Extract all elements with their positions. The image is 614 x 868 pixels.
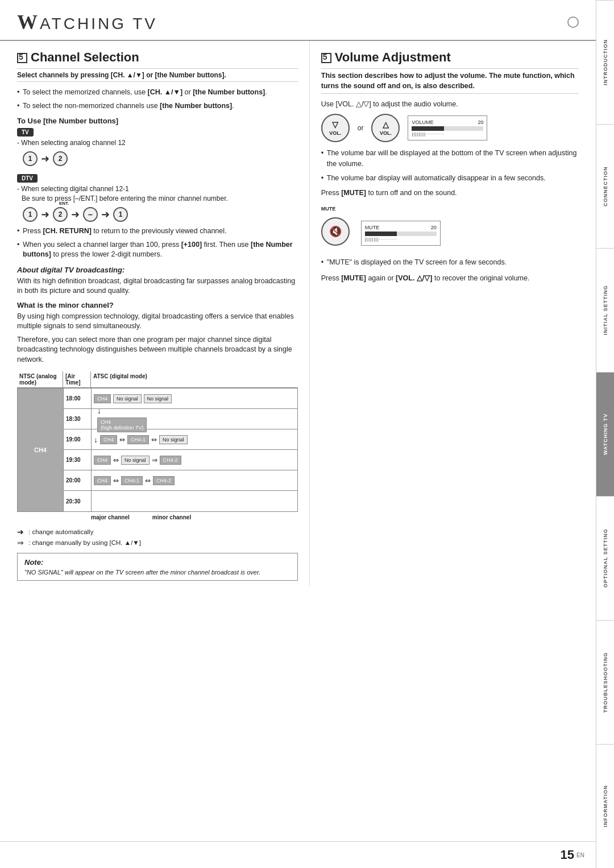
hollow-arrow-icon: ⇒ [17, 538, 24, 547]
time-row-4: 19:30 [64, 450, 91, 470]
checkbox-icon [17, 53, 27, 63]
page-lang: EN [576, 852, 584, 858]
ch-return-bullet: Press [CH. RETURN] to return to the prev… [17, 226, 298, 237]
num-btn-2: 2 [53, 151, 68, 166]
plus100-bullet: When you select a channel larger than 10… [17, 240, 298, 260]
tab-introduction[interactable]: INTRODUCTION [596, 0, 614, 124]
note-box: Note: "NO SIGNAL" will appear on the TV … [17, 553, 298, 581]
atsc-row-4: CH4 ⇔ No signal ⇒ CH4-2 [92, 450, 297, 470]
atsc-cell-ch4-2: CH4 [100, 435, 117, 444]
airtime-header: [Air Time] [63, 371, 91, 387]
atsc-cell-ch4-2-2: CH4-2 [160, 456, 181, 465]
major-label: major channel [91, 514, 130, 520]
dtv-arrow-1: ➜ [41, 208, 49, 221]
about-digital-text: With its high definition broadcast, digi… [17, 276, 298, 296]
atsc-cell-ch4-1-3: CH4-1 [121, 476, 143, 485]
atsc-cell-ch4-1-2: CH4-1 [127, 435, 149, 444]
vol-label-text: VOLUME [412, 119, 433, 125]
page-header: WATCHING TV [0, 0, 596, 41]
minor-text-2: Therefore, you can select more than one … [17, 335, 298, 365]
note-title: Note: [24, 558, 291, 567]
minor-channel-heading: What is the minor channel? [17, 301, 298, 309]
legend-solid: ➜ : change automatically [17, 527, 298, 536]
tv-note: - When selecting analog channel 12 [17, 139, 298, 147]
channel-section: Channel Selection Select channels by pre… [17, 41, 309, 586]
vol-bar-track [412, 126, 483, 131]
channel-bullets: To select the memorized channels, use [C… [17, 88, 298, 111]
mute-button: 🔇 [321, 217, 350, 246]
page-number: 15 [561, 848, 574, 862]
tab-watching-tv[interactable]: WATCHING TV [596, 372, 614, 496]
volume-subtext: This section describes how to adjust the… [321, 68, 579, 94]
dtv-arrow-2: ➜ [71, 208, 80, 221]
solid-arrow-icon: ➜ [17, 527, 24, 536]
vol-up-circle: △ VOL. [371, 114, 400, 142]
mute-note: "MUTE" is displayed on the TV screen for… [321, 257, 579, 268]
header-circle [567, 16, 579, 28]
dtv-num-3: 1 [113, 207, 128, 222]
legend-hollow-text: : change manually by using [CH. ▲/▼] [28, 539, 141, 546]
tab-information[interactable]: INFORMATION [596, 744, 614, 868]
header-title: WATCHING TV [17, 10, 157, 34]
channel-bullet-2: To select the non-memorized channels use… [17, 101, 298, 111]
time-row-2: 18:30 [64, 409, 91, 429]
channel-subtext: Select channels by pressing [CH. ▲/▼] or… [17, 68, 298, 82]
legend: ➜ : change automatically ⇒ : change manu… [17, 527, 298, 547]
tab-troubleshooting[interactable]: TROUBLESHOOTING [596, 620, 614, 744]
volume-title: Volume Adjustment [335, 50, 451, 65]
diagram-body: CH4 18:00 18:30 19:00 19:30 20:00 20:30 … [17, 388, 298, 512]
sidebar-tabs: INTRODUCTION CONNECTION INITIAL SETTING … [596, 0, 614, 868]
legend-solid-text: : change automatically [28, 528, 93, 535]
dtv-note1: - When selecting digital channel 12-1 [17, 185, 298, 193]
vol-bar-container: VOLUME 20 ||||||||·········· [408, 115, 487, 140]
vol-bar-dots: ||||||||·········· [412, 131, 483, 137]
volume-section: Volume Adjustment This section describes… [309, 41, 579, 586]
two-column-layout: Channel Selection Select channels by pre… [0, 41, 596, 586]
dtv-num-1: 1 [23, 207, 38, 222]
time-row-5: 20:00 [64, 470, 91, 491]
mute-bar-track [365, 232, 437, 236]
vol-button-row: ▽ VOL. or △ VOL. VOLUME 20 [321, 114, 579, 142]
ntsc-col: CH4 [18, 388, 63, 511]
vol-down-circle: ▽ VOL. [321, 114, 350, 142]
tab-connection[interactable]: CONNECTION [596, 124, 614, 248]
atsc-col: CH4 No signal No signal ↓ CH4(high defin… [92, 388, 297, 511]
press-mute2-text: Press [MUTE] again or [VOL. △/▽] to reco… [321, 274, 579, 284]
num-diagram-tv: 1 ➜ 2 [23, 151, 298, 166]
minor-label: minor channel [152, 514, 191, 520]
channel-heading: Channel Selection [17, 50, 298, 65]
mute-bar-dots: ||||||||·········· [365, 237, 437, 242]
mute-section: MUTE 🔇 MUTE 20 ||||||||·········· [321, 206, 579, 251]
atsc-header: ATSC (digital mode) [91, 371, 298, 387]
channel-bullet-1: To select the memorized channels, use [C… [17, 88, 298, 98]
num-btn-1: 1 [23, 151, 38, 166]
atsc-cell-ch4-2-3: CH4-2 [153, 476, 175, 485]
atsc-row-3: ↓ CH4 ⇔ CH4-1 ⇔ No signal [92, 429, 297, 450]
channel-title: Channel Selection [31, 50, 139, 65]
dtv-arrow-3: ➜ [101, 208, 110, 221]
mute-label-small: MUTE [321, 206, 350, 212]
ntsc-header: NTSC (analog mode) [17, 371, 63, 387]
mute-bar-container: MUTE 20 ||||||||·········· [361, 221, 441, 246]
mute-bar-value: 20 [431, 225, 437, 230]
atsc-cell-nosig-3: No signal [159, 435, 188, 444]
main-content: WATCHING TV Channel Selection Select cha… [0, 0, 596, 586]
tab-initial-setting[interactable]: INITIAL SETTING [596, 248, 614, 372]
mute-bar-label: MUTE 20 [365, 225, 437, 230]
atsc-cell-ch4-hd: CH4(high definition TV) [97, 418, 147, 432]
diagram-labels: major channel minor channel [17, 514, 298, 520]
atsc-cell-nosig-4: No signal [121, 456, 150, 465]
use-number-heading: To Use [the Number buttons] [17, 117, 298, 125]
vol-value: 20 [478, 119, 483, 125]
page-number-bar: 15 EN [0, 841, 596, 868]
tab-optional-setting[interactable]: OPTIONAL SETTING [596, 496, 614, 620]
diagram-header: NTSC (analog mode) [Air Time] ATSC (digi… [17, 371, 298, 388]
volume-heading: Volume Adjustment [321, 50, 579, 65]
atsc-cell-nosig-2: No signal [144, 394, 172, 403]
num-diagram-dtv: ENT. 1 ➜ 2 ➜ – ➜ 1 [23, 207, 298, 222]
mute-row: MUTE 🔇 MUTE 20 ||||||||·········· [321, 206, 579, 251]
title-rest: ATCHING TV [40, 15, 157, 32]
about-digital-heading: About digital TV broadcasting: [17, 266, 298, 274]
vol-bar-fill [412, 126, 444, 131]
or-text: or [358, 124, 364, 132]
